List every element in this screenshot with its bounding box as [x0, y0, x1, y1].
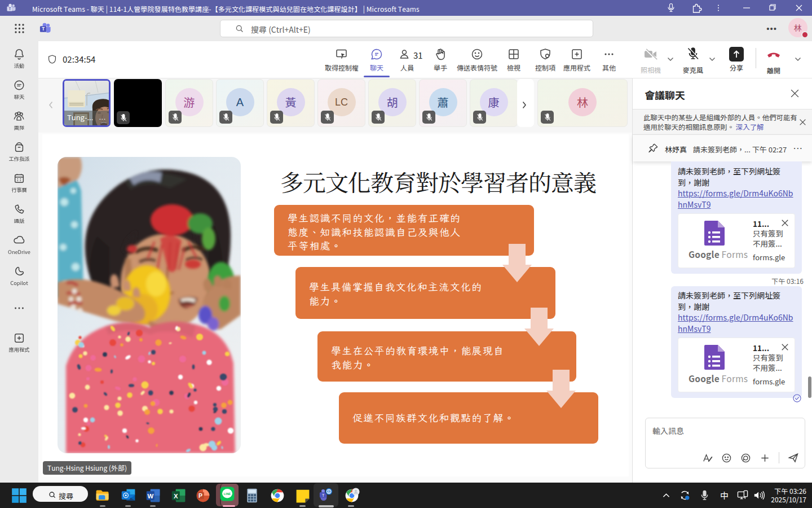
svg-text:T: T [42, 27, 45, 32]
svg-text:W: W [147, 493, 153, 500]
svg-text:T: T [8, 7, 11, 11]
svg-text:T: T [322, 493, 325, 497]
svg-text:X: X [174, 493, 178, 500]
svg-text:LINE: LINE [224, 492, 231, 496]
svg-text:P: P [198, 492, 202, 499]
